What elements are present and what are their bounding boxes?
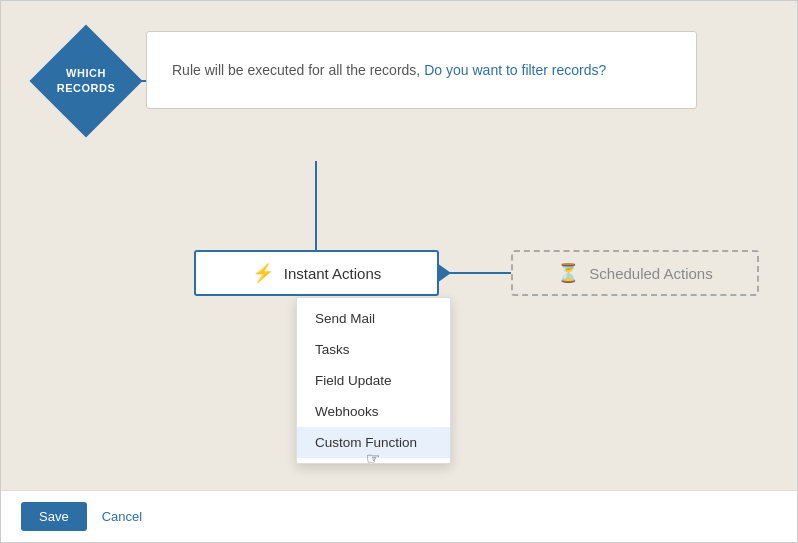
instant-actions-label: Instant Actions — [284, 265, 382, 282]
dropdown-menu: Send Mail Tasks Field Update Webhooks Cu… — [296, 297, 451, 464]
rule-card: Rule will be executed for all the record… — [146, 31, 697, 109]
filter-link[interactable]: Do you want to filter records? — [424, 62, 606, 78]
scheduled-actions-icon: ⏳ — [557, 262, 579, 284]
cancel-button[interactable]: Cancel — [102, 509, 142, 524]
main-container: WHICH RECORDS Rule will be executed for … — [0, 0, 798, 543]
scheduled-actions-box[interactable]: ⏳ Scheduled Actions — [511, 250, 759, 296]
save-button[interactable]: Save — [21, 502, 87, 531]
dropdown-item-webhooks[interactable]: Webhooks — [297, 396, 450, 427]
connector-vertical — [315, 161, 317, 251]
scheduled-actions-label: Scheduled Actions — [589, 265, 712, 282]
connector-diamond-card — [123, 80, 148, 82]
dropdown-item-tasks[interactable]: Tasks — [297, 334, 450, 365]
diamond-label: WHICH RECORDS — [57, 66, 116, 97]
dropdown-item-field-update[interactable]: Field Update — [297, 365, 450, 396]
footer: Save Cancel — [1, 490, 797, 542]
instant-actions-icon: ⚡ — [252, 262, 274, 284]
connector-horizontal — [441, 272, 511, 274]
which-records-diamond: WHICH RECORDS — [41, 36, 131, 126]
dropdown-item-send-mail[interactable]: Send Mail — [297, 303, 450, 334]
instant-actions-box[interactable]: ⚡ Instant Actions — [194, 250, 439, 296]
cursor-indicator: ☞ — [366, 449, 380, 468]
rule-text: Rule will be executed for all the record… — [172, 62, 420, 78]
